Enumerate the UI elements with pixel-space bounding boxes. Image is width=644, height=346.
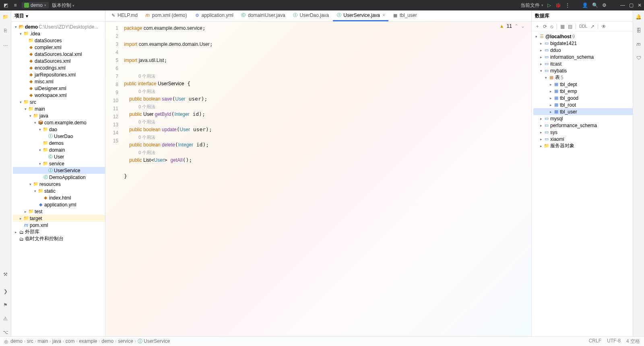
filter-icon[interactable]: ▦ — [560, 24, 565, 29]
breadcrumb-item[interactable]: demo — [10, 338, 23, 344]
stop-icon[interactable]: ⦸ — [550, 24, 553, 29]
tree-row[interactable]: ▸ 📁 test — [13, 208, 105, 215]
tree-arrow-icon[interactable]: ▾ — [28, 182, 32, 186]
bookmarks-tool-icon[interactable]: ⚑ — [2, 301, 10, 309]
tree-arrow-icon[interactable]: ▸ — [539, 137, 543, 141]
editor-tab[interactable]: ▦ tbl_user — [389, 11, 420, 21]
tree-arrow-icon[interactable]: ▾ — [38, 128, 42, 132]
breadcrumb-item[interactable]: service — [118, 338, 133, 344]
chevron-up-icon[interactable]: ⌃ — [514, 23, 518, 29]
tree-row[interactable]: 📁 demos — [13, 140, 105, 146]
tree-row[interactable]: ▸ ▭ itcast — [533, 60, 633, 67]
status-crlf[interactable]: CRLF — [589, 338, 601, 345]
tree-row[interactable]: ◆ dataSources.local.xml — [13, 51, 105, 58]
inspection-widget[interactable]: ▲ 11 ⌃ ⌄ — [500, 23, 525, 29]
tree-arrow-icon[interactable]: ▾ — [19, 32, 23, 36]
tree-row[interactable]: 📁 dataSources — [13, 37, 105, 44]
project-selector[interactable]: demo ▾ — [22, 2, 49, 8]
tree-row[interactable]: Ⓘ UserDao — [13, 133, 105, 140]
tree-row[interactable]: ▸ ▦ tbl_good — [533, 95, 633, 101]
tree-row[interactable]: ▾ 📁 java — [13, 112, 105, 119]
tree-row[interactable]: ▾ 📦 com.example.demo — [13, 119, 105, 126]
debug-icon[interactable]: 🐞 — [555, 2, 561, 8]
editor-tab[interactable]: Ⓒ domain\User.java — [237, 10, 289, 21]
tree-arrow-icon[interactable]: ▸ — [549, 96, 553, 100]
tree-arrow-icon[interactable]: ▾ — [544, 76, 548, 80]
tree-row[interactable]: ▾ ▭ mybatis — [533, 67, 633, 74]
breadcrumb-item[interactable]: com — [66, 338, 75, 344]
tree-row[interactable]: ▸ ▭ bigdate1421 — [533, 40, 633, 47]
tree-arrow-icon[interactable]: ▸ — [539, 55, 543, 59]
tree-arrow-icon[interactable]: ▸ — [14, 230, 18, 234]
tree-row[interactable]: ▾ 📁 domain — [13, 146, 105, 153]
git-tool-icon[interactable]: ⌥ — [2, 328, 10, 336]
editor-tab[interactable]: Ⓘ UserDao.java — [289, 10, 332, 21]
nav-target-icon[interactable]: ◎ — [4, 339, 8, 344]
tree-arrow-icon[interactable]: ▸ — [549, 110, 553, 114]
tree-row[interactable]: m pom.xml — [13, 222, 105, 229]
tree-row[interactable]: ▸ 📁 target — [13, 215, 105, 222]
tree-row[interactable]: ▸ 📁 服务器对象 — [533, 142, 633, 149]
editor-tab[interactable]: Ⓘ UserService.java × — [333, 10, 388, 21]
tree-row[interactable]: ▸ 🗂 外部库 — [13, 229, 105, 235]
tree-row[interactable]: ◆ workspace.xml — [13, 92, 105, 99]
breadcrumb-item[interactable]: example — [79, 338, 97, 344]
tree-row[interactable]: ▸ ▭ mysql — [533, 115, 633, 122]
tree-arrow-icon[interactable]: ▸ — [539, 41, 543, 45]
tree-row[interactable]: ◆ misc.xml — [13, 78, 105, 85]
tree-row[interactable]: 🗂 临时文件和控制台 — [13, 235, 105, 242]
commit-tool-icon[interactable]: ⎘ — [2, 27, 10, 35]
tree-arrow-icon[interactable]: ▾ — [539, 69, 543, 73]
vcs-menu[interactable]: 版本控制 ▾ — [52, 2, 74, 9]
refresh-icon[interactable]: ⟳ — [543, 24, 547, 29]
tree-arrow-icon[interactable]: ▾ — [19, 100, 23, 104]
code-editor[interactable]: 123456789101112131415 package com.exampl… — [105, 22, 531, 336]
breadcrumb-item[interactable]: Ⓘ UserService — [138, 338, 170, 344]
chevron-down-icon[interactable]: ▾ — [26, 13, 28, 19]
tree-row[interactable]: ▸ ▦ tbl_emp — [533, 88, 633, 95]
jump-icon[interactable]: ↗ — [590, 24, 594, 29]
tree-row[interactable]: ▸ ▭ information_schema — [533, 54, 633, 60]
tree-arrow-icon[interactable]: ▸ — [549, 103, 553, 107]
tree-row[interactable]: ▾ 📁 .idea — [13, 30, 105, 37]
project-tool-icon[interactable]: 📁 — [2, 13, 10, 21]
tree-arrow-icon[interactable]: ▸ — [549, 82, 553, 86]
tree-row[interactable]: ▾ 📂 demo C:\Users\ZDY\Desktop\de... — [13, 23, 105, 30]
editor-tab[interactable]: m pom.xml (demo) — [142, 11, 190, 21]
tree-arrow-icon[interactable]: ▸ — [539, 48, 543, 52]
tree-arrow-icon[interactable]: ▸ — [549, 89, 553, 93]
add-icon[interactable]: ＋ — [535, 23, 540, 30]
tree-row[interactable]: ▾ 📁 dao — [13, 126, 105, 133]
problems-tool-icon[interactable]: ⚠ — [2, 315, 10, 323]
minimize-icon[interactable]: — — [620, 2, 625, 8]
tree-row[interactable]: ▾ ▦ 表 5 — [533, 74, 633, 81]
tree-arrow-icon[interactable]: ▾ — [28, 114, 32, 118]
status-indent[interactable]: 4 空格 — [626, 338, 640, 345]
tree-row[interactable]: ◆ compiler.xml — [13, 44, 105, 51]
tree-row[interactable]: Ⓒ DemoApplication — [13, 174, 105, 181]
tree-row[interactable]: ◆ application.yml — [13, 201, 105, 208]
status-encoding[interactable]: UTF-8 — [607, 338, 621, 345]
run-config-selector[interactable]: 当前文件 ▾ — [520, 2, 543, 9]
search-icon[interactable]: 🔍 — [592, 2, 598, 8]
database-strip-icon[interactable]: 🗄 — [635, 27, 643, 35]
tree-arrow-icon[interactable]: ▸ — [23, 210, 27, 214]
tree-row[interactable]: ▸ ▦ tbl_root — [533, 101, 633, 108]
tree-arrow-icon[interactable]: ▾ — [23, 107, 27, 111]
breadcrumb-item[interactable]: demo — [101, 338, 114, 344]
close-icon[interactable]: ✕ — [638, 2, 642, 8]
hamburger-icon[interactable]: ≡ — [12, 2, 19, 8]
editor-tab[interactable]: ⚙ application.yml — [191, 11, 237, 21]
code-content[interactable]: package com.example.demo.service; import… — [122, 22, 531, 336]
tree-row[interactable]: ▾ ☰ @localhost 9 — [533, 33, 633, 40]
tree-arrow-icon[interactable]: ▸ — [539, 117, 543, 121]
tree-arrow-icon[interactable]: ▾ — [534, 35, 538, 39]
tree-row[interactable]: ▸ ▦ tbl_dept — [533, 81, 633, 88]
coverage-icon[interactable]: 🛡 — [635, 54, 643, 62]
tree-row[interactable]: ◆ uiDesigner.xml — [13, 85, 105, 92]
tree-arrow-icon[interactable]: ▸ — [539, 124, 543, 128]
structure-tool-icon[interactable]: … — [2, 40, 10, 48]
tree-row[interactable]: ◆ index.html — [13, 194, 105, 201]
terminal-tool-icon[interactable]: ❯ — [2, 287, 10, 295]
tree-arrow-icon[interactable]: ▸ — [539, 144, 543, 148]
